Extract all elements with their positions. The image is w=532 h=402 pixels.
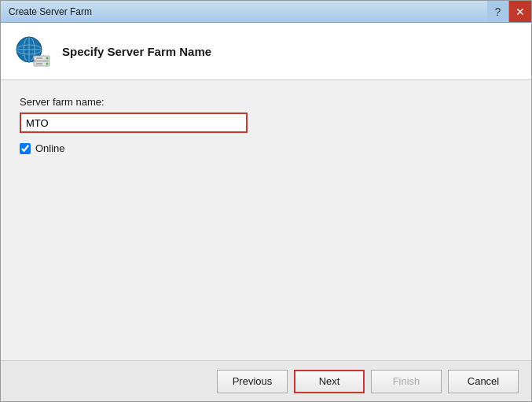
checkbox-row: Online: [20, 142, 512, 154]
header-icon: [13, 32, 51, 70]
cancel-button[interactable]: Cancel: [448, 370, 519, 393]
help-button[interactable]: ?: [487, 1, 509, 22]
server-farm-name-input[interactable]: [20, 112, 248, 133]
field-label: Server farm name:: [20, 96, 512, 108]
globe-server-icon: [13, 32, 51, 70]
dialog-window: Create Server Farm ? ✕: [0, 0, 532, 402]
header-section: Specify Server Farm Name: [1, 23, 531, 80]
svg-point-8: [46, 57, 49, 60]
window-title: Create Server Farm: [9, 6, 92, 17]
close-button[interactable]: ✕: [509, 1, 531, 22]
online-checkbox[interactable]: [20, 143, 31, 154]
finish-button[interactable]: Finish: [371, 370, 442, 393]
svg-rect-11: [36, 63, 42, 65]
page-title: Specify Server Farm Name: [62, 45, 211, 58]
svg-point-9: [46, 63, 49, 65]
content-area: Server farm name: Online: [1, 80, 531, 360]
title-bar-buttons: ? ✕: [487, 1, 531, 22]
svg-rect-10: [36, 57, 42, 59]
next-button[interactable]: Next: [294, 370, 365, 393]
title-bar: Create Server Farm ? ✕: [1, 1, 531, 23]
online-label: Online: [35, 142, 65, 154]
previous-button[interactable]: Previous: [217, 370, 288, 393]
footer: Previous Next Finish Cancel: [1, 360, 531, 401]
